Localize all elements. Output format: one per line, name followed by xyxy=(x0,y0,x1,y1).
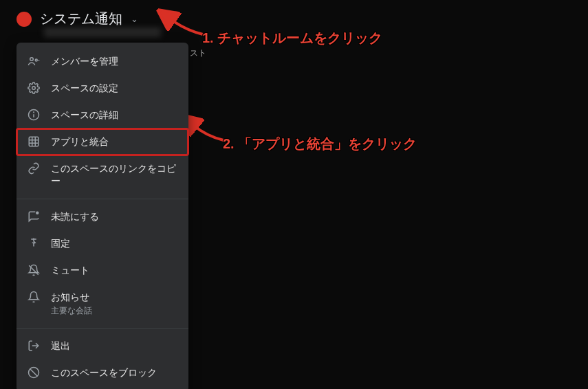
menu-item-apps-integrations[interactable]: アプリと統合 xyxy=(17,129,188,155)
menu-label: このスペースのリンクをコピー xyxy=(51,162,177,188)
bell-icon xyxy=(28,291,40,303)
menu-item-notifications[interactable]: お知らせ 主要な会話 xyxy=(17,284,188,324)
info-icon xyxy=(28,109,40,121)
menu-item-space-settings[interactable]: スペースの設定 xyxy=(17,75,188,102)
menu-label: ミュート xyxy=(51,264,89,277)
block-icon xyxy=(28,366,40,379)
members-icon xyxy=(28,55,40,67)
exit-icon xyxy=(28,340,40,352)
annotation-step1: 1. チャットルームをクリック xyxy=(202,29,382,47)
menu-label: このスペースをブロック xyxy=(51,366,157,379)
menu-item-pin[interactable]: 固定 xyxy=(17,230,188,257)
menu-item-leave[interactable]: 退出 xyxy=(17,333,188,359)
svg-point-5 xyxy=(34,112,34,113)
menu-item-block[interactable]: このスペースをブロック xyxy=(17,359,188,386)
svg-point-1 xyxy=(35,59,37,61)
menu-item-copy-link[interactable]: このスペースのリンクをコピー xyxy=(17,155,188,195)
svg-point-0 xyxy=(30,58,34,61)
menu-item-mark-unread[interactable]: 未読にする xyxy=(17,203,188,230)
pin-icon xyxy=(28,237,40,249)
gear-icon xyxy=(28,82,40,94)
menu-label: メンバーを管理 xyxy=(51,55,118,68)
menu-divider xyxy=(17,199,188,199)
menu-item-manage-members[interactable]: メンバーを管理 xyxy=(17,48,188,75)
menu-label: スペースの設定 xyxy=(51,82,118,95)
svg-line-15 xyxy=(30,369,38,377)
annotation-step2: 2. 「アプリと統合」をクリック xyxy=(223,135,417,153)
menu-label: 未読にする xyxy=(51,210,99,223)
menu-label: アプリと統合 xyxy=(51,135,109,148)
menu-sublabel: 主要な会話 xyxy=(51,305,92,317)
room-header[interactable]: システム通知 ⌄ xyxy=(17,10,138,28)
annotation-arrow-1 xyxy=(165,15,206,43)
svg-point-2 xyxy=(32,87,36,90)
svg-rect-6 xyxy=(29,137,39,146)
redacted-subtitle xyxy=(44,27,161,37)
menu-item-space-details[interactable]: スペースの詳細 xyxy=(17,102,188,129)
menu-label: スペースの詳細 xyxy=(51,109,118,122)
menu-label: 退出 xyxy=(51,340,70,353)
mute-icon xyxy=(28,264,40,276)
svg-point-11 xyxy=(36,212,39,215)
menu-divider xyxy=(17,328,188,329)
menu-label: お知らせ xyxy=(51,291,92,304)
background-text-fragment: スト xyxy=(190,47,206,59)
room-avatar xyxy=(17,12,32,27)
context-menu: メンバーを管理 スペースの設定 スペースの詳細 アプリと統合 このスペースのリン… xyxy=(17,43,188,389)
grid-icon xyxy=(28,135,40,148)
chevron-down-icon: ⌄ xyxy=(131,14,138,24)
menu-item-mute[interactable]: ミュート xyxy=(17,257,188,284)
unread-icon xyxy=(28,210,40,223)
menu-label: 固定 xyxy=(51,237,70,250)
link-icon xyxy=(28,162,40,175)
room-title: システム通知 xyxy=(40,10,122,28)
